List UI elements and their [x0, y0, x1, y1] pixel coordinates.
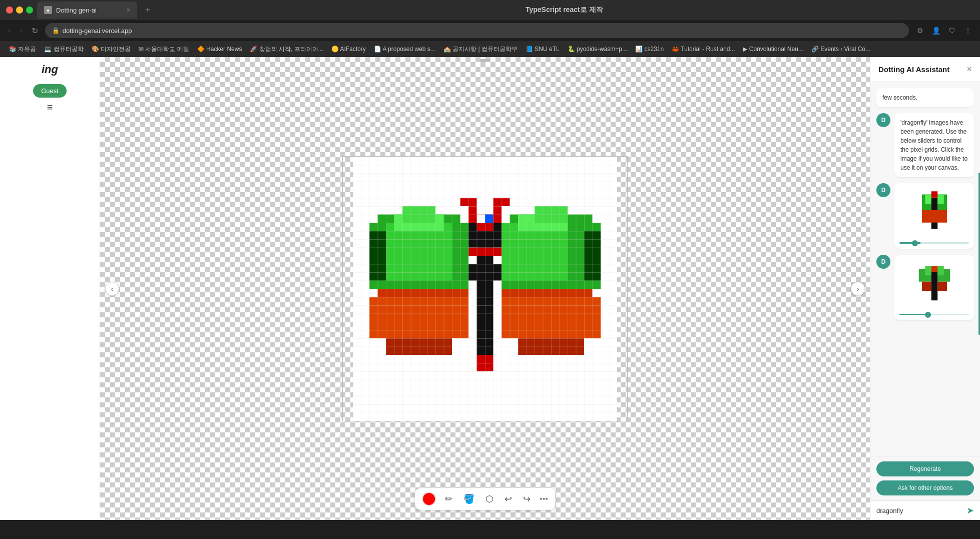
ai-avatar-1: D — [876, 113, 890, 127]
canvas-area: ‹ › — [100, 57, 870, 520]
title-bar: ● Dotting gen-ai × + TypeScript react로 제… — [0, 0, 980, 20]
svg-rect-32 — [353, 157, 617, 421]
canvas-toolbar: ✏ 🪣 ⬡ ↩ ↪ ••• — [415, 488, 555, 510]
bookmark-aifactory[interactable]: 🟡 AIFactory — [328, 45, 369, 54]
fill-tool-button[interactable]: 🪣 — [461, 492, 476, 505]
slider-row-1 — [899, 242, 969, 244]
app-logo: ing — [42, 63, 58, 76]
profile-icon[interactable]: 👤 — [930, 25, 942, 37]
svg-rect-41 — [931, 191, 937, 198]
svg-rect-37 — [922, 210, 934, 223]
url-bar[interactable]: 🔒 dotting-genai.vercel.app — [45, 23, 909, 38]
new-tab-button[interactable]: + — [145, 5, 151, 16]
guest-button[interactable]: Guest — [33, 84, 67, 98]
pixel-art-canvas[interactable] — [342, 156, 628, 421]
svg-rect-50 — [931, 266, 937, 273]
more-tools-button[interactable]: ••• — [540, 494, 548, 503]
more-icon[interactable]: ⋮ — [962, 25, 974, 37]
app-container: ing Guest ≡ ‹ › — [0, 57, 980, 520]
message-bubble-2: 'dragonfly' images have been generated. … — [894, 113, 974, 177]
ai-panel: Dotting AI Assistant × few seconds. D 'd… — [870, 57, 980, 520]
pixel-canvas-wrapper[interactable] — [342, 156, 628, 421]
extensions-icon[interactable]: ⚙ — [914, 25, 926, 37]
bookmark-컴퓨터공학[interactable]: 💻 컴퓨터공학 — [41, 44, 86, 55]
svg-rect-39 — [925, 195, 931, 204]
bookmark-공지사항[interactable]: 🏫 공지사항 | 컴퓨터공학부 — [440, 44, 521, 55]
eraser-tool-button[interactable]: ⬡ — [483, 492, 496, 505]
ai-actions: Regenerate Ask for other options — [870, 456, 980, 500]
browser-tab-active[interactable]: ● Dotting gen-ai × — [37, 2, 137, 19]
svg-rect-48 — [925, 266, 931, 276]
canvas-handle[interactable] — [480, 59, 490, 62]
menu-button[interactable]: ≡ — [47, 102, 53, 113]
ai-avatar-3: D — [876, 255, 890, 269]
ai-send-button[interactable]: ➤ — [966, 505, 974, 516]
tab-title: Dotting gen-ai — [56, 7, 123, 14]
bookmark-cnn[interactable]: ▶ Convolutional Neu... — [740, 45, 806, 54]
pen-tool-button[interactable]: ✏ — [443, 492, 454, 505]
tab-close-icon[interactable]: × — [127, 7, 130, 14]
image-card-2[interactable] — [894, 255, 974, 320]
svg-rect-47 — [937, 282, 947, 291]
forward-button[interactable]: › — [18, 24, 24, 37]
bookmark-cs231n[interactable]: 📊 cs231n — [632, 45, 667, 54]
bookmarks-bar: 📚 자유공 💻 컴퓨터공학 🎨 디자인전공 ✉ 서울대학교 메일 🔶 Hacke… — [0, 41, 980, 57]
bookmark-서울대메일[interactable]: ✉ 서울대학교 메일 — [136, 44, 192, 55]
image-card-1[interactable] — [894, 183, 974, 249]
bookmark-proposed-web[interactable]: 📄 A proposed web s... — [371, 45, 438, 54]
bookmark-디자인전공[interactable]: 🎨 디자인전공 — [89, 44, 134, 55]
bookmark-pyodide[interactable]: 🐍 pyodide-wasm+p... — [565, 45, 630, 54]
page-heading: TypeScript react로 제작 — [155, 6, 974, 15]
svg-rect-49 — [937, 266, 944, 276]
canvas-nav-left-button[interactable]: ‹ — [105, 282, 119, 296]
svg-rect-38 — [934, 210, 947, 223]
ai-chat-input[interactable] — [876, 507, 962, 514]
canvas-nav-right-button[interactable]: › — [851, 282, 865, 296]
sidebar: ing Guest ≡ — [0, 57, 100, 520]
browser-chrome: ● Dotting gen-ai × + TypeScript react로 제… — [0, 0, 980, 57]
message-row-1: few seconds. — [876, 88, 974, 107]
svg-rect-45 — [931, 272, 937, 300]
browser-toolbar-icons: ⚙ 👤 🛡 ⋮ — [914, 25, 974, 37]
undo-button[interactable]: ↩ — [503, 492, 514, 505]
bookmark-events[interactable]: 🔗 Events ‹ Viral Co... — [808, 45, 873, 54]
pixel-preview-2[interactable] — [909, 260, 959, 310]
bookmark-hackernews[interactable]: 🔶 Hacker News — [194, 45, 245, 54]
bookmark-자유공[interactable]: 📚 자유공 — [6, 44, 39, 55]
slider-row-2 — [899, 314, 969, 315]
tab-favicon: ● — [44, 6, 52, 14]
message-row-image-1: D — [876, 183, 974, 249]
refresh-button[interactable]: ↻ — [30, 24, 40, 38]
ai-panel-close-button[interactable]: × — [966, 64, 972, 75]
redo-button[interactable]: ↪ — [521, 492, 533, 505]
ai-panel-header: Dotting AI Assistant × — [870, 57, 980, 82]
bookmark-snu-etl[interactable]: 📘 SNU eTL — [523, 45, 563, 54]
pixel-slider-2[interactable] — [899, 314, 969, 315]
message-bubble-1: few seconds. — [876, 88, 974, 107]
regenerate-button[interactable]: Regenerate — [876, 461, 974, 476]
ai-input-row: ➤ — [870, 500, 980, 520]
bookmark-창업[interactable]: 🚀 창업의 시작, 프라이아... — [247, 44, 326, 55]
url-text: dotting-genai.vercel.app — [63, 27, 132, 35]
ai-messages-list: few seconds. D 'dragonfly' images have b… — [870, 82, 980, 456]
minimize-window-button[interactable] — [16, 7, 23, 14]
message-row-2: D 'dragonfly' images have been generated… — [876, 113, 974, 177]
lock-icon: 🔒 — [52, 27, 60, 34]
pixel-preview-1[interactable] — [909, 188, 959, 238]
close-window-button[interactable] — [6, 7, 13, 14]
maximize-window-button[interactable] — [26, 7, 33, 14]
ai-panel-title: Dotting AI Assistant — [878, 65, 949, 74]
shield-icon[interactable]: 🛡 — [946, 25, 958, 37]
address-bar: ‹ › ↻ 🔒 dotting-genai.vercel.app ⚙ 👤 🛡 ⋮ — [0, 20, 980, 41]
svg-rect-40 — [937, 195, 944, 204]
color-swatch[interactable] — [422, 492, 436, 506]
svg-rect-46 — [922, 282, 931, 291]
ai-avatar-2: D — [876, 183, 890, 197]
bookmark-rust[interactable]: 🦀 Tutorial - Rust and... — [669, 45, 738, 54]
ask-other-options-button[interactable]: Ask for other options — [876, 480, 974, 495]
traffic-lights — [6, 7, 33, 14]
back-button[interactable]: ‹ — [6, 24, 13, 37]
pixel-slider-1[interactable] — [899, 242, 969, 244]
message-row-image-2: D — [876, 255, 974, 320]
